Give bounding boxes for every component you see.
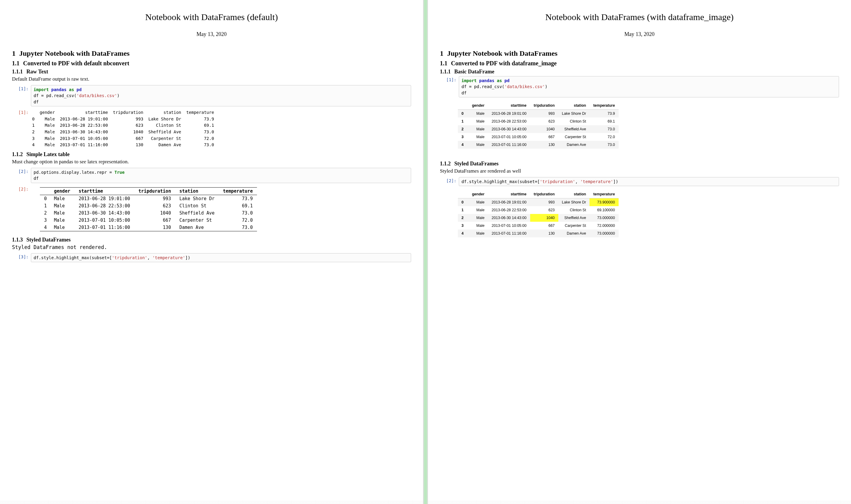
table-cell: 69.1 (219, 202, 257, 210)
table-cell: 2013-06-28 22:53:00 (488, 118, 530, 125)
subsubsection-number: 1.1.1 (440, 69, 451, 75)
table-header (458, 190, 468, 198)
paragraph-text: Must change option in pandas to see late… (12, 159, 411, 165)
table-row: 3Male2013-07-01 10:05:00667Carpenter St7… (458, 222, 619, 230)
table-cell: 2 (40, 210, 50, 217)
table-cell: 667 (530, 222, 558, 230)
table-cell: 2013-06-28 22:53:00 (74, 202, 134, 210)
output-prompt: [2]: (12, 185, 31, 192)
table-cell: Lake Shore Dr (175, 195, 219, 202)
subsubsection-title: Simple Latex table (27, 151, 70, 157)
table-header: gender (468, 190, 488, 198)
table-cell: 2013-06-28 19:01:00 (74, 195, 134, 202)
code-cell-1: [1]: import pandas as pd df = pd.read_cs… (12, 85, 411, 106)
doc-title-right: Notebook with DataFrames (with dataframe… (440, 12, 839, 22)
output-cell-1: [1]: gender starttime tripduration stati… (12, 109, 411, 149)
table-cell: 993 (530, 109, 558, 118)
table-cell: Male (50, 195, 74, 202)
table-header: tripduration (134, 187, 175, 195)
table-cell: Male (468, 230, 488, 237)
table-header: gender (50, 187, 74, 195)
code-content: import pandas as pd df = pd.read_csv('da… (459, 76, 839, 97)
section-title: Jupyter Notebook with DataFrames (447, 50, 557, 57)
ruler-decoration (428, 500, 851, 504)
table-cell: 73.000000 (590, 230, 618, 237)
table-header: starttime (488, 102, 530, 110)
code-cell-2: [2]: df.style.highlight_max(subset=['tri… (440, 177, 839, 186)
table-header: station (175, 187, 219, 195)
table-cell: Male (50, 210, 74, 217)
table-cell: 623 (530, 206, 558, 214)
input-prompt: [1]: (12, 85, 31, 91)
table-cell: 3 (40, 217, 50, 224)
table-cell: 993 (134, 195, 175, 202)
table-header: gender (468, 102, 488, 110)
table-row: 3Male2013-07-01 10:05:00667Carpenter St7… (40, 217, 257, 224)
subsubsection-1-1-1-heading: 1.1.1Raw Text (12, 69, 411, 75)
subsubsection-number: 1.1.2 (12, 151, 23, 157)
table-cell: Male (468, 109, 488, 118)
input-prompt: [2]: (440, 177, 459, 183)
subsection-title: Converted to PDF with dataframe_image (451, 60, 557, 67)
table-header: temperature (219, 187, 257, 195)
subsection-1-1-heading: 1.1Converted to PDF with dataframe_image (440, 60, 839, 67)
table-header (458, 102, 468, 110)
table-cell: Sheffield Ave (558, 214, 590, 222)
subsubsection-title: Styled DataFrames (27, 237, 70, 243)
table-cell: 1040 (134, 210, 175, 217)
table-cell: 73.000000 (590, 214, 618, 222)
table-cell: 2 (458, 125, 468, 133)
table-cell: Male (468, 125, 488, 133)
section-number: 1 (12, 50, 16, 57)
table-row: 2Male2013-06-30 14:43:001040Sheffield Av… (458, 125, 619, 133)
table-cell: 0 (458, 109, 468, 118)
table-header: temperature (590, 102, 618, 110)
table-cell: 73.0 (590, 125, 618, 133)
table-cell: Male (468, 133, 488, 141)
table-cell: Carpenter St (175, 217, 219, 224)
table-cell: 667 (134, 217, 175, 224)
table-row: 1Male2013-06-28 22:53:00623Clinton St69.… (40, 202, 257, 210)
table-header: tripduration (530, 190, 558, 198)
subsection-number: 1.1 (12, 60, 19, 67)
table-cell: 4 (458, 141, 468, 149)
subsubsection-title: Basic DataFrame (454, 69, 494, 75)
raw-dataframe-output: gender starttime tripduration station te… (31, 109, 411, 149)
subsection-1-1-heading: 1.1Converted to PDF with default nbconve… (12, 60, 411, 67)
table-cell: Male (468, 198, 488, 206)
table-cell: 73.0 (219, 210, 257, 217)
table-cell: 130 (530, 141, 558, 149)
table-cell: Damen Ave (175, 224, 219, 231)
table-row: 3Male2013-07-01 10:05:00667Carpenter St7… (458, 133, 619, 141)
section-1-heading: 1Jupyter Notebook with DataFrames (440, 50, 839, 57)
table-cell: Male (468, 206, 488, 214)
subsubsection-1-1-1-heading: 1.1.1Basic DataFrame (440, 69, 839, 75)
latex-table: genderstarttimetripdurationstationtemper… (40, 187, 257, 231)
subsubsection-number: 1.1.2 (440, 161, 451, 167)
code-cell-3: [3]: df.style.highlight_max(subset=['tri… (12, 253, 411, 262)
table-cell: Male (50, 217, 74, 224)
subsubsection-1-1-2-heading: 1.1.2Styled DataFrames (440, 161, 839, 167)
input-prompt: [1]: (440, 76, 459, 82)
dataframe-image-table: genderstarttimetripdurationstationtemper… (458, 102, 619, 149)
table-cell: 4 (458, 230, 468, 237)
code-cell-2: [2]: pd.options.display.latex.repr = Tru… (12, 168, 411, 183)
table-row: 2Male2013-06-30 14:43:001040Sheffield Av… (458, 214, 619, 222)
table-cell: Damen Ave (558, 230, 590, 237)
table-cell: Clinton St (558, 118, 590, 125)
table-cell: 72.0 (590, 133, 618, 141)
table-cell: Lake Shore Dr (558, 109, 590, 118)
table-cell: Male (50, 202, 74, 210)
doc-date-right: May 13, 2020 (440, 31, 839, 37)
table-cell: Carpenter St (558, 133, 590, 141)
code-content: df.style.highlight_max(subset=['tripdura… (31, 253, 411, 262)
code-content: pd.options.display.latex.repr = True df (31, 168, 411, 183)
table-cell: 130 (134, 224, 175, 231)
table-cell: Sheffield Ave (175, 210, 219, 217)
table-cell: 73.0 (590, 141, 618, 149)
doc-title-left: Notebook with DataFrames (default) (12, 12, 411, 22)
table-cell: 2013-07-01 11:16:00 (74, 224, 134, 231)
table-cell: 2013-06-30 14:43:00 (488, 214, 530, 222)
subsection-title: Converted to PDF with default nbconvert (23, 60, 129, 67)
table-cell: 623 (530, 118, 558, 125)
